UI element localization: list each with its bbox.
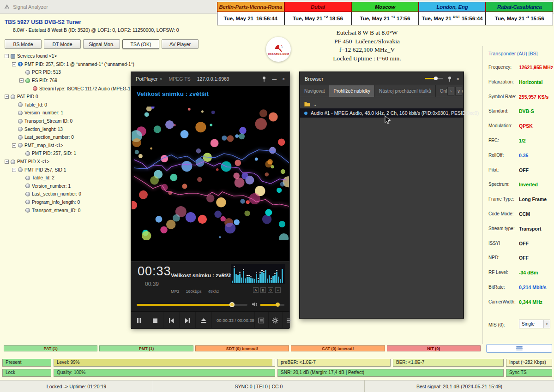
transponder-row: Polarization:Horizontal [488, 79, 553, 94]
browser-tab[interactable]: Nástroj procházení titulků [375, 85, 436, 97]
tree-expander-icon[interactable]: − [19, 78, 24, 83]
player-titlebar[interactable]: PotPlayer ∨ MPEG TS 127.0.0.1:6969 — × [131, 72, 289, 86]
logo-text: DXSATCS.COM [268, 53, 289, 55]
tree-item[interactable]: Transport_stream_ID: 0 [3, 206, 137, 214]
volume-handle[interactable] [276, 303, 280, 307]
tab-av-player[interactable]: AV Player [162, 39, 199, 49]
psi-bar-sdt: SDT (0) timeout! [195, 345, 289, 351]
tab-list-dropdown-button[interactable]: ∨ [455, 87, 462, 95]
pin-icon[interactable] [262, 76, 266, 82]
tree-expander-icon[interactable]: − [5, 160, 9, 164]
tree-expander-icon[interactable]: − [12, 168, 16, 172]
status-cell-input-282-kbps-: Input (~282 Kbps) [506, 359, 552, 367]
tree-item[interactable]: StreamType: ISO/IEC 11172 Audio (MPEG-1)… [3, 84, 137, 93]
tree-item[interactable]: PMT PID: 257, SID: 1 [3, 149, 137, 158]
transponder-value: 255,957 KS/s [519, 94, 548, 100]
tree-item[interactable]: Version_number: 1 [3, 109, 137, 117]
tree-expander-icon[interactable]: − [5, 95, 9, 99]
tree-item[interactable]: −?PMT PID: 257, SID: 1 @ *unnamed-1* (*u… [3, 60, 137, 69]
node-icon [18, 127, 23, 131]
tree-expander-icon[interactable]: − [12, 143, 16, 148]
node-icon [18, 119, 23, 124]
minimize-button[interactable]: — [272, 77, 277, 82]
tab-dt-mode[interactable]: DT Mode [44, 39, 81, 49]
settings-gear-button[interactable] [268, 312, 282, 329]
node-icon [25, 70, 30, 75]
seek-bar[interactable] [137, 304, 247, 306]
opacity-slider-knob[interactable] [434, 77, 438, 80]
status-label: Quality: 100% [57, 370, 85, 375]
ab-point-b-button[interactable]: B [260, 287, 266, 293]
clock-date: Tue, May 21 [495, 16, 524, 21]
browser-tabs: NavigovatProhlížeč nabídkyNástroj prochá… [300, 85, 463, 97]
transponder-label: Modulation: [488, 123, 519, 128]
tree-item[interactable]: −PMT PID 257, SID 1 [3, 166, 137, 174]
clock-datetime: Tue, May 2116:56:44 [217, 12, 284, 25]
tab-signal-mon-[interactable]: Signal Mon. [83, 39, 120, 49]
tree-item[interactable]: Transport_Stream ID: 0 [3, 117, 137, 125]
tree-item[interactable]: Last_section_number: 0 [3, 133, 137, 142]
tree-item[interactable]: −Services found <1> [3, 52, 137, 60]
ab-point-a-button[interactable]: A [253, 287, 259, 293]
node-icon [25, 200, 30, 204]
seek-bar-handle[interactable] [229, 302, 235, 307]
clock-datetime: Tue, May 21-115:56 [486, 12, 553, 25]
services-icon [11, 54, 15, 59]
tree-item[interactable]: Last_section_number: 0 [3, 190, 137, 198]
clock-utc-offset: +2 [324, 15, 328, 19]
transponder-row: ISSYIOFF [488, 241, 553, 255]
tree-item[interactable]: −PMT_map_list <1> [3, 142, 137, 150]
transponder-label: Pilot: [488, 167, 519, 172]
browser-item-row[interactable]: Audio #1 - MPEG Audio, 48.0 kHz, 2 Ch, 1… [300, 108, 463, 118]
tab-bs-mode[interactable]: BS Mode [5, 39, 42, 49]
total-time: 00:39 [145, 281, 159, 287]
buffer-status-button[interactable] [486, 344, 552, 353]
node-icon [18, 102, 23, 107]
stop-button[interactable] [147, 312, 163, 329]
tree-item[interactable]: Table_Id: 2 [3, 174, 137, 182]
satellite-info-line-2: PF 450_Lučenec/Slovakia [291, 37, 443, 46]
tree-item[interactable]: −PMT PID X <1> [3, 158, 137, 166]
tree-expander-icon[interactable]: − [12, 62, 16, 66]
mis-select[interactable]: Single ▼ [519, 320, 550, 328]
chevron-down-icon: ▼ [543, 320, 550, 328]
browser-titlebar[interactable]: Browser × [300, 72, 463, 85]
previous-button[interactable] [163, 312, 180, 329]
player-menu-button[interactable]: PotPlayer [136, 76, 158, 82]
next-button[interactable] [180, 312, 196, 329]
parent-folder-row[interactable]: .. [300, 99, 463, 108]
node-icon [25, 192, 30, 196]
clock-column-2: DubaiTue, May 21+218:56 [284, 2, 352, 25]
pin-icon[interactable] [447, 76, 452, 82]
tree-item-label: Version_number: 1 [24, 110, 63, 115]
tree-item[interactable]: Section_lenght: 13 [3, 125, 137, 133]
opacity-slider[interactable] [425, 78, 443, 79]
playlist-button[interactable] [254, 312, 268, 329]
browser-tab[interactable]: Prohlížeč nabídky [329, 85, 375, 97]
tree-item-label: Version_number: 1 [32, 184, 71, 189]
tree-item[interactable]: PCR PID: 513 [3, 68, 137, 77]
eject-button[interactable] [196, 312, 212, 329]
tree-expander-icon[interactable]: − [5, 54, 9, 58]
repeat-button[interactable]: ↻ [268, 287, 273, 293]
tree-item[interactable]: Version_number: 1 [3, 182, 137, 190]
tab-tsa-ok-[interactable]: TSA (OK) [122, 39, 159, 49]
pause-button[interactable] [131, 312, 147, 329]
volume-icon[interactable] [252, 302, 258, 307]
browser-tab[interactable]: Navigovat [300, 85, 329, 97]
transponder-row: RF Level:-34 dBm [488, 270, 553, 285]
osd-close-button[interactable]: × [275, 287, 281, 293]
menu-button[interactable] [282, 312, 296, 329]
transponder-label: Code Mode: [488, 211, 519, 216]
tree-item[interactable]: −PAT PID 0 [3, 93, 137, 101]
volume-slider[interactable] [260, 304, 284, 306]
tree-item[interactable]: Program_info_length: 0 [3, 198, 137, 207]
tab-scroll-right-button[interactable]: › [447, 87, 454, 95]
tree-item[interactable]: Table_Id: 0 [3, 101, 137, 109]
elapsed-time: 00:33 [138, 264, 171, 279]
tree-item[interactable]: −ES PID: 769 [3, 77, 137, 85]
close-button[interactable]: × [282, 77, 285, 82]
tuner-details: 8.0W - Eutelsat 8 West B (ID: 3520) @ LO… [13, 27, 179, 33]
close-button[interactable]: × [457, 76, 459, 82]
status-cell-snr: SNR: 20,1 dB (Margin: 17,4 dB | Perfect) [277, 369, 504, 377]
